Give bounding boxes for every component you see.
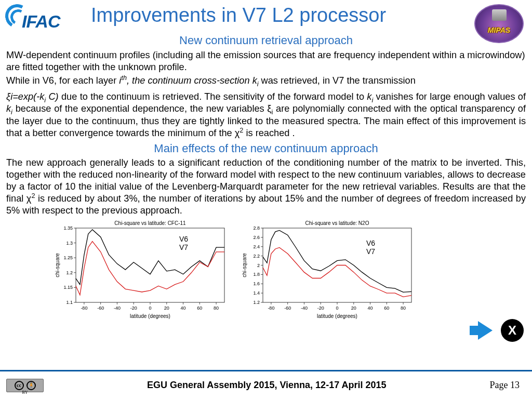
slide-body: MW-dependent continuum profiles (includi… — [0, 49, 532, 320]
chart-n2o-svg: Chi-square vs latitude: N2O-80-60-40-200… — [240, 219, 417, 320]
svg-text:1.25: 1.25 — [63, 255, 73, 260]
svg-text:2.8: 2.8 — [253, 225, 260, 231]
page-number: Page 13 — [489, 380, 520, 391]
svg-text:1.3: 1.3 — [66, 241, 73, 246]
chart-cfc11-svg: Chi-square vs latitude: CFC-11-80-60-40-… — [53, 219, 230, 320]
mipas-logo-text: MIPAS — [488, 26, 510, 34]
svg-text:1.2: 1.2 — [66, 270, 73, 275]
paragraph-1b: While in V6, for each layer ith, the con… — [6, 75, 526, 87]
svg-text:chi-square: chi-square — [55, 253, 60, 277]
svg-text:1.35: 1.35 — [63, 225, 73, 231]
svg-text:20: 20 — [164, 305, 169, 311]
charts-row: Chi-square vs latitude: CFC-11-80-60-40-… — [6, 219, 526, 320]
chart-cfc11-legend: V6 V7 — [178, 234, 190, 252]
svg-text:1.4: 1.4 — [253, 290, 260, 296]
svg-text:60: 60 — [197, 305, 202, 311]
svg-text:-80: -80 — [81, 305, 87, 311]
svg-text:latitude (degrees): latitude (degrees) — [130, 313, 170, 319]
svg-text:1.8: 1.8 — [253, 272, 260, 277]
svg-text:1.2: 1.2 — [253, 300, 260, 305]
svg-text:-80: -80 — [268, 305, 274, 311]
svg-text:40: 40 — [368, 305, 373, 311]
svg-text:60: 60 — [384, 305, 389, 311]
svg-text:-40: -40 — [301, 305, 308, 311]
svg-text:Chi-square vs latitude: N2O: Chi-square vs latitude: N2O — [305, 220, 369, 226]
close-icon: X — [508, 323, 516, 338]
footer-event: EGU General Assembly 2015, Vienna, 12-17… — [147, 380, 387, 391]
svg-text:chi-square: chi-square — [242, 253, 247, 277]
paragraph-2: ξi=exp(-ki C) due to the continuum is re… — [6, 91, 526, 139]
svg-text:-60: -60 — [284, 305, 291, 311]
svg-text:1.1: 1.1 — [66, 300, 73, 305]
nav-controls: X — [478, 319, 524, 342]
svg-text:2.2: 2.2 — [253, 254, 260, 259]
paragraph-3: The new approach generally leads to a si… — [6, 157, 526, 217]
section-title-1: New continuum retrieval approach — [0, 34, 532, 47]
svg-text:80: 80 — [214, 305, 219, 311]
slide-header: IFAC Improvements in V7 L2 processor MIP… — [0, 0, 532, 49]
chart-n2o-legend: V6 V7 — [365, 238, 377, 256]
svg-text:20: 20 — [351, 305, 356, 311]
chart-cfc11: Chi-square vs latitude: CFC-11-80-60-40-… — [53, 219, 230, 320]
next-arrow-icon[interactable] — [478, 321, 493, 340]
close-button[interactable]: X — [501, 319, 524, 342]
slide-footer: cc 🧍 BY EGU General Assembly 2015, Vienn… — [0, 370, 532, 399]
ifac-logo-text: IFAC — [22, 11, 60, 32]
svg-text:latitude (degrees): latitude (degrees) — [317, 313, 357, 319]
svg-text:2.4: 2.4 — [253, 244, 260, 249]
svg-text:2.6: 2.6 — [253, 235, 260, 240]
svg-text:-40: -40 — [114, 305, 121, 311]
by-icon: 🧍 — [26, 381, 36, 390]
svg-text:-20: -20 — [130, 305, 137, 311]
svg-text:0: 0 — [149, 305, 151, 311]
chart-n2o: Chi-square vs latitude: N2O-80-60-40-200… — [240, 219, 417, 320]
svg-text:1.6: 1.6 — [253, 282, 260, 287]
slide-title: Improvements in V7 L2 processor — [91, 4, 386, 26]
svg-text:-20: -20 — [317, 305, 324, 311]
svg-text:0: 0 — [336, 305, 338, 311]
svg-text:Chi-square vs latitude: CFC-11: Chi-square vs latitude: CFC-11 — [114, 220, 186, 226]
svg-text:2: 2 — [257, 263, 260, 268]
svg-text:80: 80 — [401, 305, 406, 311]
svg-text:-60: -60 — [97, 305, 104, 311]
cc-by-badge: cc 🧍 BY — [6, 379, 44, 392]
cc-icon: cc — [15, 381, 24, 390]
svg-text:1.15: 1.15 — [63, 285, 73, 290]
svg-text:40: 40 — [181, 305, 186, 311]
paragraph-1a: MW-dependent continuum profiles (includi… — [6, 49, 526, 73]
svg-rect-0 — [76, 228, 224, 302]
section-title-2: Main effects of the new continuum approa… — [6, 141, 526, 156]
